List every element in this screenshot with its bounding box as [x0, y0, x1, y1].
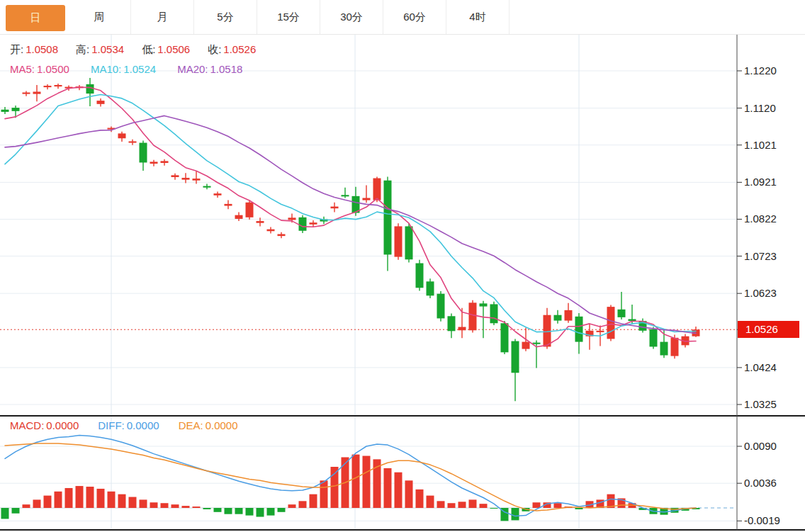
macd-bar [171, 504, 179, 508]
macd-tick-label: 0.0036 [744, 477, 777, 489]
candle-body [554, 315, 562, 321]
macd-bar [86, 487, 94, 508]
ma-legend-item: MA10:1.0524 [91, 63, 156, 75]
macd-bar [246, 508, 254, 516]
ohlc-legend-item: 高:1.0534 [76, 43, 124, 57]
candle-body [342, 195, 349, 196]
candle-body [310, 222, 317, 225]
candle-body [448, 316, 456, 331]
candle-body [203, 186, 211, 188]
macd-bar [193, 506, 201, 508]
macd-bar [182, 506, 190, 508]
tab-60min[interactable]: 60分 [383, 0, 446, 34]
candle-body [97, 101, 105, 104]
ma20-line [5, 115, 696, 333]
candle-body [12, 108, 20, 111]
candle-body [235, 215, 243, 219]
macd-bar [310, 494, 317, 508]
macd-bar [363, 456, 371, 508]
candles [1, 78, 700, 401]
price-tick-label: 1.1220 [744, 64, 777, 77]
trading-chart-app: 日周月5分15分30分60分4时 开:1.0508高:1.0534低:1.050… [0, 0, 805, 532]
tab-5min[interactable]: 5分 [194, 0, 257, 34]
candle-body [405, 226, 413, 259]
ohlc-legend-item: 低:1.0506 [142, 43, 190, 57]
macd-bar [575, 508, 583, 509]
tab-month[interactable]: 月 [131, 0, 194, 34]
candle-body [214, 193, 222, 196]
price-tick-label: 1.0822 [744, 213, 777, 225]
candle-body [437, 294, 445, 319]
candle-body [23, 93, 30, 94]
ma5-line [5, 87, 696, 347]
macd-legend-item: MACD:0.0000 [10, 419, 79, 431]
macd-bar [384, 468, 392, 508]
macd-bar [554, 503, 562, 508]
price-tick-label: 1.0623 [744, 287, 777, 299]
macd-bar [257, 508, 264, 517]
tab-30min[interactable]: 30分 [320, 0, 383, 34]
macd-bar [427, 496, 434, 508]
candle-body [44, 86, 52, 87]
macd-bar [1, 508, 9, 519]
candle-body [1, 110, 9, 112]
candle-body [171, 175, 179, 177]
macd-tick-label: 0.0090 [744, 440, 777, 452]
macd-bar [405, 480, 413, 508]
candle-body [331, 207, 339, 209]
ma-legend-item: MA20:1.0518 [177, 63, 242, 75]
macd-bar [65, 488, 73, 508]
macd-bar [299, 501, 307, 508]
price-tick-label: 1.0921 [744, 176, 777, 188]
macd-bar [150, 502, 158, 508]
macd-tick-label: -0.0019 [744, 514, 780, 526]
macd-legend-item: DIFF:0.0000 [98, 419, 159, 431]
macd-bar [129, 497, 137, 508]
macd-bar [44, 496, 52, 508]
current-price-badge: 1.0526 [738, 321, 799, 338]
candle-body [129, 141, 137, 142]
ohlc-legend-item: 收:1.0526 [208, 43, 256, 57]
macd-bar [76, 486, 84, 508]
macd-bar [469, 499, 477, 508]
candle-body [395, 226, 402, 256]
macd-bar [23, 504, 30, 508]
candlestick-chart-canvas[interactable] [0, 0, 805, 532]
candle-body [86, 84, 94, 94]
macd-bar [225, 508, 232, 514]
candle-body [490, 304, 498, 323]
tab-4hour[interactable]: 4时 [446, 0, 510, 34]
macd-bar [12, 508, 20, 514]
candle-body [607, 307, 615, 339]
candle-body [671, 338, 679, 356]
candle-body [469, 302, 477, 330]
candle-body [565, 310, 573, 321]
candle-body [140, 143, 147, 163]
macd-bar [480, 504, 488, 508]
macd-bar [55, 492, 62, 508]
macd-bar [533, 502, 541, 508]
tab-day[interactable]: 日 [6, 5, 65, 31]
timeframe-tabs: 日周月5分15分30分60分4时 [0, 0, 805, 35]
macd-bar [235, 508, 243, 514]
ma10-line [5, 95, 696, 336]
macd-bar [203, 508, 211, 509]
tab-week[interactable]: 周 [68, 0, 131, 34]
macd-bar [288, 504, 296, 508]
candle-body [533, 343, 541, 344]
macd-bar [416, 489, 424, 508]
candle-body [225, 204, 232, 206]
candle-body [373, 179, 381, 200]
macd-legend-item: DEA:0.0000 [179, 419, 238, 431]
tab-15min[interactable]: 15分 [257, 0, 320, 34]
candle-body [480, 303, 488, 306]
price-tick-label: 1.1021 [744, 139, 777, 151]
macd-bar [490, 508, 498, 509]
candle-body [118, 133, 126, 138]
candle-body [161, 161, 169, 163]
candle-body [650, 329, 658, 347]
macd-bar [448, 503, 456, 508]
candle-body [597, 331, 604, 332]
candle-body [246, 203, 254, 217]
macd-bar [33, 499, 41, 508]
